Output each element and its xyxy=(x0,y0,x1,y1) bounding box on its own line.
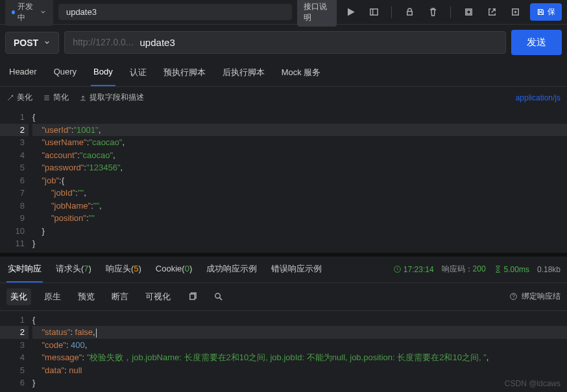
open-external-icon[interactable] xyxy=(483,4,500,21)
response-tabs: 实时响应 请求头(7) 响应头(5) Cookie(0) 成功响应示例 错误响应… xyxy=(0,257,567,283)
editor-code[interactable]: { "userId":"1001", "userName":"caocao", … xyxy=(32,108,567,253)
tab-request-headers[interactable]: 请求头(7) xyxy=(54,257,93,282)
tab-success-example[interactable]: 成功响应示例 xyxy=(205,257,258,282)
run-icon[interactable] xyxy=(342,4,359,21)
tab-realtime-response[interactable]: 实时响应 xyxy=(6,257,43,282)
api-doc-button[interactable]: 接口说明 xyxy=(297,0,337,27)
editor-gutter: 1 2 3 4 5 6 xyxy=(0,311,32,392)
svg-rect-3 xyxy=(466,10,470,14)
tab-prescript[interactable]: 预执行脚本 xyxy=(161,60,208,86)
tab-postscript[interactable]: 后执行脚本 xyxy=(220,60,267,86)
tab-cookie[interactable]: Cookie(0) xyxy=(154,257,193,281)
upload-icon xyxy=(79,94,87,102)
tab-icon[interactable] xyxy=(365,4,382,21)
svg-rect-6 xyxy=(189,294,195,299)
tab-mock[interactable]: Mock 服务 xyxy=(279,60,324,86)
response-body-editor[interactable]: 1 2 3 4 5 6 { "status": false, "code": 4… xyxy=(0,311,567,392)
subtab-assert[interactable]: 断言 xyxy=(108,288,132,305)
svg-rect-1 xyxy=(407,12,412,16)
copy-icon[interactable] xyxy=(184,288,200,305)
tab-response-headers[interactable]: 响应头(5) xyxy=(104,257,143,282)
window-icon[interactable] xyxy=(460,4,477,21)
env-status-label: 开发中 xyxy=(18,1,37,23)
divider xyxy=(391,6,392,18)
export-icon[interactable] xyxy=(507,4,524,21)
tab-header[interactable]: Header xyxy=(6,60,40,86)
delete-icon[interactable] xyxy=(424,4,441,21)
request-body-editor[interactable]: 1 2 3 4 5 6 7 8 9 10 11 { "userId":"1001… xyxy=(0,108,567,253)
hourglass-icon xyxy=(494,265,502,273)
tab-error-example[interactable]: 错误响应示例 xyxy=(270,257,323,282)
api-title-input[interactable]: update3 xyxy=(58,4,292,20)
url-input[interactable]: http://127.0.0... update3 xyxy=(64,31,506,54)
extract-button[interactable]: 提取字段和描述 xyxy=(79,92,144,103)
help-icon xyxy=(509,292,518,301)
list-icon xyxy=(43,94,51,102)
tab-query[interactable]: Query xyxy=(51,60,79,86)
clock-icon xyxy=(393,265,402,273)
tab-auth[interactable]: 认证 xyxy=(127,60,149,86)
chevron-down-icon xyxy=(40,8,47,16)
status-code: 200 xyxy=(473,264,486,273)
http-method-select[interactable]: POST xyxy=(5,32,59,54)
response-meta: 17:23:14 响应码：200 5.00ms 0.18kb xyxy=(393,264,561,275)
editor-code[interactable]: { "status": false, "code": 400, "message… xyxy=(32,311,567,392)
subtab-beautify[interactable]: 美化 xyxy=(6,288,31,305)
search-icon[interactable] xyxy=(210,288,226,305)
wand-icon xyxy=(6,94,14,102)
tab-body[interactable]: Body xyxy=(91,60,115,86)
chevron-down-icon xyxy=(43,39,51,46)
url-base: http://127.0.0... xyxy=(73,37,133,48)
save-icon xyxy=(537,8,545,16)
beautify-button[interactable]: 美化 xyxy=(6,92,32,103)
env-status-chip[interactable]: 开发中 xyxy=(5,0,53,26)
response-time: 17:23:14 xyxy=(404,265,434,274)
subtab-preview[interactable]: 预览 xyxy=(74,288,99,305)
subtab-visualize[interactable]: 可视化 xyxy=(141,288,175,305)
url-path: update3 xyxy=(140,37,175,48)
editor-gutter: 1 2 3 4 5 6 7 8 9 10 11 xyxy=(0,108,32,253)
bind-response-button[interactable]: 绑定响应结 xyxy=(509,291,561,302)
subtab-raw[interactable]: 原生 xyxy=(40,288,65,305)
response-sub-tabs: 美化 原生 预览 断言 可视化 绑定响应结 xyxy=(0,283,567,311)
response-duration: 5.00ms xyxy=(504,265,529,274)
divider xyxy=(450,6,451,18)
content-type-link[interactable]: application/js xyxy=(516,93,561,102)
send-button[interactable]: 发送 xyxy=(511,30,562,55)
simplify-button[interactable]: 简化 xyxy=(43,92,69,103)
svg-point-7 xyxy=(215,294,220,299)
lock-icon[interactable] xyxy=(401,4,418,21)
save-button[interactable]: 保 xyxy=(530,3,562,21)
response-size: 0.18kb xyxy=(537,265,561,274)
svg-rect-0 xyxy=(370,9,377,15)
request-tabs: Header Query Body 认证 预执行脚本 后执行脚本 Mock 服务 xyxy=(0,60,567,87)
watermark: CSDN @ldcaws xyxy=(505,379,561,388)
status-dot-icon xyxy=(12,10,15,14)
